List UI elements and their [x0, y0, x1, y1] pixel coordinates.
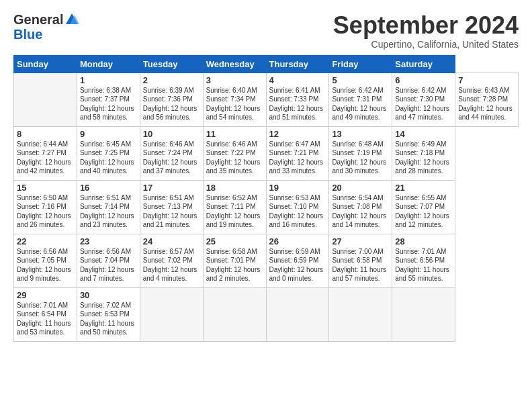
- header: General Blue September 2024 Cupertino, C…: [13, 12, 519, 50]
- day-info: Sunrise: 6:38 AMSunset: 7:37 PMDaylight:…: [80, 86, 137, 122]
- day-number: 10: [143, 129, 200, 139]
- calendar-cell: 7Sunrise: 6:43 AMSunset: 7:28 PMDaylight…: [455, 73, 519, 126]
- calendar-cell: 18Sunrise: 6:52 AMSunset: 7:11 PMDayligh…: [203, 180, 266, 234]
- calendar-cell: 24Sunrise: 6:57 AMSunset: 7:02 PMDayligh…: [140, 234, 203, 287]
- calendar-cell: 4Sunrise: 6:41 AMSunset: 7:33 PMDaylight…: [266, 73, 329, 126]
- day-number: 15: [17, 183, 74, 193]
- day-info: Sunrise: 7:00 AMSunset: 6:58 PMDaylight:…: [332, 247, 389, 283]
- day-info: Sunrise: 6:58 AMSunset: 7:01 PMDaylight:…: [206, 247, 263, 283]
- calendar-cell: 11Sunrise: 6:46 AMSunset: 7:22 PMDayligh…: [203, 126, 266, 180]
- day-number: 8: [17, 129, 74, 139]
- day-info: Sunrise: 6:56 AMSunset: 7:04 PMDaylight:…: [80, 247, 137, 283]
- weekday-header-friday: Friday: [329, 55, 392, 73]
- calendar-cell: 15Sunrise: 6:50 AMSunset: 7:16 PMDayligh…: [14, 180, 77, 234]
- day-info: Sunrise: 6:41 AMSunset: 7:33 PMDaylight:…: [269, 86, 326, 122]
- day-info: Sunrise: 6:39 AMSunset: 7:36 PMDaylight:…: [143, 86, 200, 122]
- calendar-cell: 26Sunrise: 6:59 AMSunset: 6:59 PMDayligh…: [266, 234, 329, 287]
- weekday-header-monday: Monday: [77, 55, 140, 73]
- day-info: Sunrise: 6:40 AMSunset: 7:34 PMDaylight:…: [206, 86, 263, 122]
- day-info: Sunrise: 6:52 AMSunset: 7:11 PMDaylight:…: [206, 193, 263, 230]
- day-info: Sunrise: 6:50 AMSunset: 7:16 PMDaylight:…: [17, 193, 74, 230]
- calendar-page: General Blue September 2024 Cupertino, C…: [0, 0, 532, 411]
- calendar-cell: 1Sunrise: 6:38 AMSunset: 7:37 PMDaylight…: [77, 73, 140, 126]
- day-number: 17: [143, 183, 200, 193]
- day-info: Sunrise: 6:48 AMSunset: 7:19 PMDaylight:…: [332, 140, 389, 176]
- day-number: 19: [269, 183, 326, 193]
- calendar-cell: 12Sunrise: 6:47 AMSunset: 7:21 PMDayligh…: [266, 126, 329, 180]
- day-info: Sunrise: 7:02 AMSunset: 6:53 PMDaylight:…: [80, 301, 137, 337]
- calendar-cell: 2Sunrise: 6:39 AMSunset: 7:36 PMDaylight…: [140, 73, 203, 126]
- calendar-cell: [203, 287, 266, 341]
- calendar-cell: 21Sunrise: 6:55 AMSunset: 7:07 PMDayligh…: [392, 180, 455, 234]
- day-number: 20: [332, 183, 389, 193]
- day-number: 11: [206, 129, 263, 139]
- day-number: 1: [80, 75, 137, 85]
- calendar-cell: 8Sunrise: 6:44 AMSunset: 7:27 PMDaylight…: [14, 126, 77, 180]
- weekday-header-tuesday: Tuesday: [140, 55, 203, 73]
- logo-icon: [64, 12, 79, 27]
- weekday-header-row: SundayMondayTuesdayWednesdayThursdayFrid…: [14, 55, 519, 73]
- day-info: Sunrise: 6:56 AMSunset: 7:05 PMDaylight:…: [17, 247, 74, 283]
- calendar-cell: 6Sunrise: 6:42 AMSunset: 7:30 PMDaylight…: [392, 73, 455, 126]
- day-info: Sunrise: 6:55 AMSunset: 7:07 PMDaylight:…: [395, 193, 452, 230]
- calendar-cell: 16Sunrise: 6:51 AMSunset: 7:14 PMDayligh…: [77, 180, 140, 234]
- day-info: Sunrise: 7:01 AMSunset: 6:56 PMDaylight:…: [395, 247, 452, 283]
- day-number: 14: [395, 129, 452, 139]
- calendar-cell: [140, 287, 203, 341]
- day-number: 21: [395, 183, 452, 193]
- day-info: Sunrise: 6:59 AMSunset: 6:59 PMDaylight:…: [269, 247, 326, 283]
- month-title: September 2024: [333, 12, 519, 39]
- day-number: 22: [17, 236, 74, 246]
- day-number: 18: [206, 183, 263, 193]
- calendar-cell: [266, 287, 329, 341]
- day-number: 28: [395, 236, 452, 246]
- day-info: Sunrise: 6:51 AMSunset: 7:13 PMDaylight:…: [143, 193, 200, 230]
- weekday-header-thursday: Thursday: [266, 55, 329, 73]
- calendar-week-3: 22Sunrise: 6:56 AMSunset: 7:05 PMDayligh…: [14, 234, 519, 287]
- day-info: Sunrise: 6:57 AMSunset: 7:02 PMDaylight:…: [143, 247, 200, 283]
- calendar-week-1: 8Sunrise: 6:44 AMSunset: 7:27 PMDaylight…: [14, 126, 519, 180]
- day-number: 26: [269, 236, 326, 246]
- calendar-cell: 9Sunrise: 6:45 AMSunset: 7:25 PMDaylight…: [77, 126, 140, 180]
- calendar-cell: 30Sunrise: 7:02 AMSunset: 6:53 PMDayligh…: [77, 287, 140, 341]
- calendar-cell: 3Sunrise: 6:40 AMSunset: 7:34 PMDaylight…: [203, 73, 266, 126]
- calendar-cell: 23Sunrise: 6:56 AMSunset: 7:04 PMDayligh…: [77, 234, 140, 287]
- day-number: 29: [17, 290, 74, 300]
- calendar-cell: 29Sunrise: 7:01 AMSunset: 6:54 PMDayligh…: [14, 287, 77, 341]
- day-info: Sunrise: 6:45 AMSunset: 7:25 PMDaylight:…: [80, 140, 137, 176]
- day-number: 9: [80, 129, 137, 139]
- weekday-header-saturday: Saturday: [392, 55, 455, 73]
- calendar-cell: 25Sunrise: 6:58 AMSunset: 7:01 PMDayligh…: [203, 234, 266, 287]
- calendar-cell: [329, 287, 392, 341]
- calendar-cell: 5Sunrise: 6:42 AMSunset: 7:31 PMDaylight…: [329, 73, 392, 126]
- calendar-cell: [392, 287, 455, 341]
- day-number: 13: [332, 129, 389, 139]
- day-info: Sunrise: 6:43 AMSunset: 7:28 PMDaylight:…: [458, 86, 515, 122]
- calendar-cell: 19Sunrise: 6:53 AMSunset: 7:10 PMDayligh…: [266, 180, 329, 234]
- day-info: Sunrise: 6:53 AMSunset: 7:10 PMDaylight:…: [269, 193, 326, 230]
- calendar-week-2: 15Sunrise: 6:50 AMSunset: 7:16 PMDayligh…: [14, 180, 519, 234]
- day-number: 5: [332, 75, 389, 85]
- day-info: Sunrise: 6:54 AMSunset: 7:08 PMDaylight:…: [332, 193, 389, 230]
- weekday-header-wednesday: Wednesday: [203, 55, 266, 73]
- logo: General Blue: [13, 12, 79, 42]
- day-number: 4: [269, 75, 326, 85]
- calendar-cell: 17Sunrise: 6:51 AMSunset: 7:13 PMDayligh…: [140, 180, 203, 234]
- calendar-cell: 28Sunrise: 7:01 AMSunset: 6:56 PMDayligh…: [392, 234, 455, 287]
- day-info: Sunrise: 6:46 AMSunset: 7:22 PMDaylight:…: [206, 140, 263, 176]
- calendar-cell: 13Sunrise: 6:48 AMSunset: 7:19 PMDayligh…: [329, 126, 392, 180]
- day-info: Sunrise: 6:47 AMSunset: 7:21 PMDaylight:…: [269, 140, 326, 176]
- day-info: Sunrise: 6:46 AMSunset: 7:24 PMDaylight:…: [143, 140, 200, 176]
- day-number: 3: [206, 75, 263, 85]
- location: Cupertino, California, United States: [333, 39, 519, 50]
- day-number: 16: [80, 183, 137, 193]
- day-number: 25: [206, 236, 263, 246]
- day-number: 6: [395, 75, 452, 85]
- day-number: 12: [269, 129, 326, 139]
- day-info: Sunrise: 6:44 AMSunset: 7:27 PMDaylight:…: [17, 140, 74, 176]
- day-number: 27: [332, 236, 389, 246]
- day-number: 30: [80, 290, 137, 300]
- calendar-cell: 10Sunrise: 6:46 AMSunset: 7:24 PMDayligh…: [140, 126, 203, 180]
- calendar-week-0: 1Sunrise: 6:38 AMSunset: 7:37 PMDaylight…: [14, 73, 519, 126]
- day-number: 2: [143, 75, 200, 85]
